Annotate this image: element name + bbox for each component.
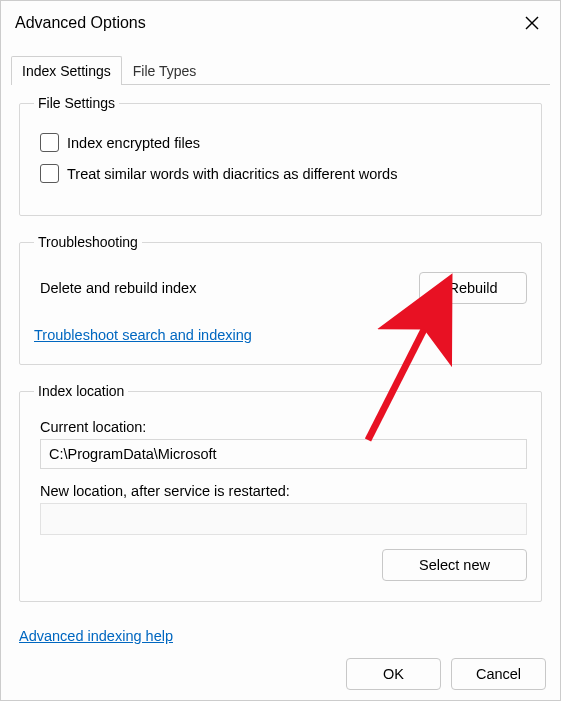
window-title: Advanced Options xyxy=(15,14,146,32)
file-settings-group: File Settings Index encrypted files Trea… xyxy=(19,95,542,216)
index-encrypted-checkbox[interactable] xyxy=(40,133,59,152)
close-icon xyxy=(525,16,539,30)
delete-rebuild-row: Delete and rebuild index Rebuild xyxy=(40,272,527,304)
index-location-legend: Index location xyxy=(34,383,128,399)
ok-button[interactable]: OK xyxy=(346,658,441,690)
dialog-buttons: OK Cancel xyxy=(346,658,546,690)
rebuild-button[interactable]: Rebuild xyxy=(419,272,527,304)
encrypted-row: Index encrypted files xyxy=(40,133,527,152)
tab-file-types[interactable]: File Types xyxy=(122,56,208,85)
select-new-button[interactable]: Select new xyxy=(382,549,527,581)
cancel-button[interactable]: Cancel xyxy=(451,658,546,690)
tab-panel-index-settings: File Settings Index encrypted files Trea… xyxy=(11,85,550,602)
index-location-group: Index location Current location: C:\Prog… xyxy=(19,383,542,602)
new-location-value xyxy=(40,503,527,535)
tab-index-settings[interactable]: Index Settings xyxy=(11,56,122,85)
diacritics-label: Treat similar words with diacritics as d… xyxy=(67,166,397,182)
index-encrypted-label: Index encrypted files xyxy=(67,135,200,151)
current-location-value: C:\ProgramData\Microsoft xyxy=(40,439,527,469)
troubleshooting-legend: Troubleshooting xyxy=(34,234,142,250)
close-button[interactable] xyxy=(518,9,546,37)
file-settings-legend: File Settings xyxy=(34,95,119,111)
advanced-indexing-help-link[interactable]: Advanced indexing help xyxy=(19,628,173,644)
title-bar: Advanced Options xyxy=(1,1,560,43)
current-location-label: Current location: xyxy=(40,419,527,435)
troubleshoot-link[interactable]: Troubleshoot search and indexing xyxy=(34,327,252,343)
new-location-label: New location, after service is restarted… xyxy=(40,483,527,499)
delete-rebuild-text: Delete and rebuild index xyxy=(40,280,196,296)
tab-strip: Index Settings File Types xyxy=(11,55,550,85)
troubleshooting-group: Troubleshooting Delete and rebuild index… xyxy=(19,234,542,365)
diacritics-row: Treat similar words with diacritics as d… xyxy=(40,164,527,183)
diacritics-checkbox[interactable] xyxy=(40,164,59,183)
